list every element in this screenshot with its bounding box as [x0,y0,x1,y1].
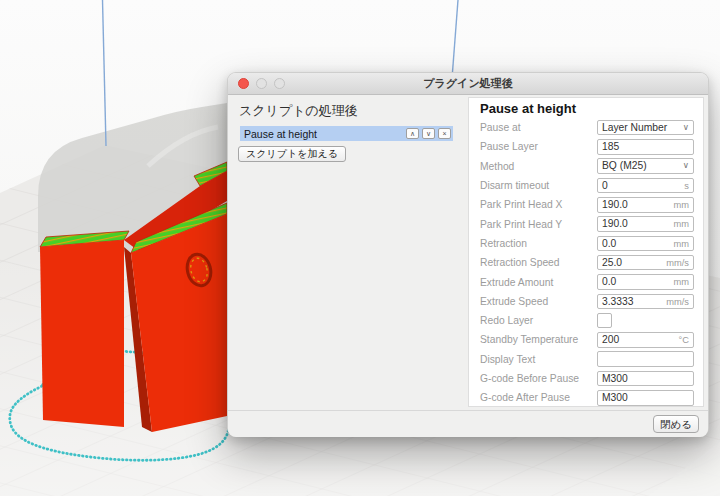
settings-heading: Pause at height [480,101,703,116]
script-list-item[interactable]: Pause at height ∧ ∨ × [240,126,453,141]
setting-row: Disarm timeout 0 s [469,176,703,195]
remove-script-button[interactable]: × [438,128,451,139]
setting-row: Pause at Layer Number ∨ [469,118,703,137]
setting-row: Extrude Speed 3.3333 mm/s [469,292,703,311]
setting-row: Extrude Amount 0.0 mm [469,272,703,291]
setting-row: Park Print Head Y 190.0 mm [469,214,703,233]
display-text-input[interactable] [597,351,694,367]
setting-row: Display Text [469,350,703,369]
script-settings-panel: Pause at height Pause at Layer Number ∨ … [468,97,704,407]
chevron-down-icon: ∨ [683,122,689,132]
park-head-y-input[interactable]: 190.0 mm [597,216,694,232]
pause-layer-input[interactable]: 185 [597,139,694,155]
standby-temperature-input[interactable]: 200 °C [597,332,694,348]
chevron-down-icon: ∨ [426,130,431,137]
setting-row: G-code Before Pause M300 [469,369,703,388]
setting-row: Pause Layer 185 [469,137,703,156]
unit-label: mm/s [666,297,689,307]
setting-row: G-code After Pause M300 [469,388,703,407]
chevron-down-icon: ∨ [683,160,689,170]
setting-row: Method BQ (M25) ∨ [469,157,703,176]
extrude-speed-input[interactable]: 3.3333 mm/s [597,294,694,310]
unit-label: mm [674,239,690,249]
setting-row: Retraction 0.0 mm [469,234,703,253]
unit-label: s [684,181,689,191]
dialog-body: スクリプトの処理後 Pause at height ∧ ∨ × スクリプトを加え… [228,95,708,437]
zoom-window-button[interactable] [274,78,285,89]
setting-row: Retraction Speed 25.0 mm/s [469,253,703,272]
setting-row: Park Print Head X 190.0 mm [469,195,703,214]
add-script-button[interactable]: スクリプトを加える [238,146,346,162]
dialog-title: プラグイン処理後 [423,76,512,91]
close-icon: × [442,130,446,137]
application-window: プラグイン処理後 スクリプトの処理後 Pause at height ∧ ∨ ×… [0,0,720,496]
scripts-heading: スクリプトの処理後 [239,102,358,120]
extrude-amount-input[interactable]: 0.0 mm [597,274,694,290]
close-window-button[interactable] [238,78,249,89]
move-script-down-button[interactable]: ∨ [422,128,435,139]
chevron-up-icon: ∧ [410,130,415,137]
unit-label: mm [674,219,690,229]
retraction-speed-input[interactable]: 25.0 mm/s [597,255,694,271]
method-select[interactable]: BQ (M25) ∨ [597,158,694,174]
pause-at-select[interactable]: Layer Number ∨ [597,120,694,136]
dialog-titlebar[interactable]: プラグイン処理後 [228,73,708,95]
setting-row: Standby Temperature 200 °C [469,330,703,349]
dialog-footer: 閉める [228,410,708,437]
script-item-label: Pause at height [240,128,406,140]
disarm-timeout-input[interactable]: 0 s [597,178,694,194]
unit-label: mm [674,277,690,287]
park-head-x-input[interactable]: 190.0 mm [597,197,694,213]
unit-label: °C [679,335,689,345]
move-script-up-button[interactable]: ∧ [406,128,419,139]
unit-label: mm/s [666,258,689,268]
unit-label: mm [674,200,690,210]
gcode-before-pause-input[interactable]: M300 [597,371,694,387]
redo-layer-checkbox[interactable] [597,313,612,328]
minimize-window-button[interactable] [256,78,267,89]
gcode-after-pause-input[interactable]: M300 [597,390,694,406]
close-dialog-button[interactable]: 閉める [653,415,699,433]
setting-row: Redo Layer [469,311,703,330]
post-processing-dialog: プラグイン処理後 スクリプトの処理後 Pause at height ∧ ∨ ×… [227,72,709,437]
retraction-input[interactable]: 0.0 mm [597,236,694,252]
